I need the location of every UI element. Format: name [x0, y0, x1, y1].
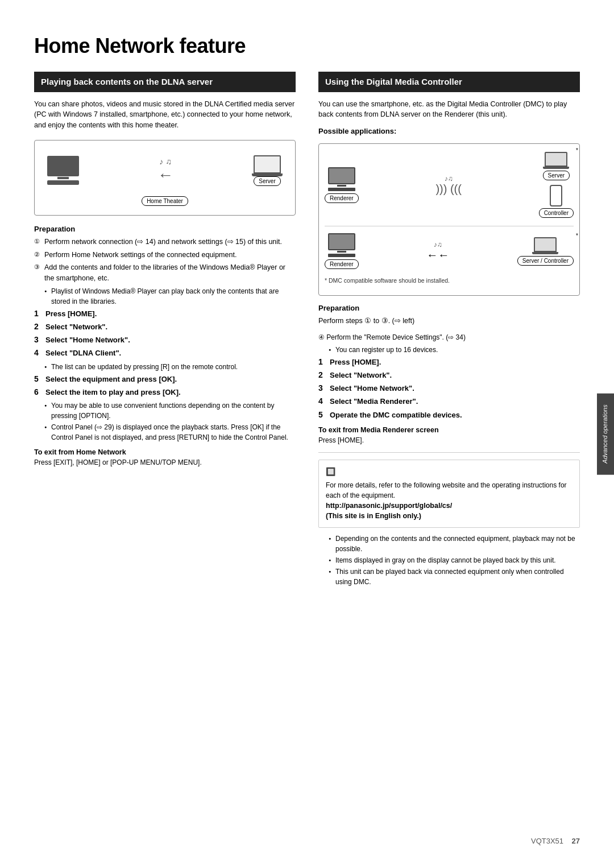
step-text-1: Press [HOME].: [45, 309, 97, 319]
dmc-diagram: Renderer ♪♫ ))) ((( Server *: [318, 143, 580, 296]
page-footer: VQT3X51 27: [531, 837, 580, 845]
prep-bullets: Playlist of Windows Media® Player can pl…: [44, 286, 296, 307]
after-step6-bullets: You may be able to use convenient functi…: [44, 400, 296, 443]
prep-step-3-text: Add the contents and folder to the libra…: [44, 263, 285, 282]
right-step-1: 1 Press [HOME].: [318, 357, 580, 367]
side-tab: Advanced operations: [597, 393, 614, 474]
server-laptop: Server: [252, 155, 283, 186]
soundbar: [47, 180, 79, 185]
renderer-soundbar-1: [328, 188, 355, 191]
info-box-link1: http://panasonic.jp/support/global/cs/: [326, 501, 572, 511]
dmc-row-1: Renderer ♪♫ ))) ((( Server *: [325, 152, 574, 218]
prep-step-1: ① Perform network connection (⇨ 14) and …: [34, 237, 296, 247]
left-step-2: 2 Select "Network".: [34, 322, 296, 332]
right-step-2: 2 Select "Network".: [318, 370, 580, 381]
step-text-3: Select "Home Network".: [45, 335, 130, 345]
page-number: 27: [572, 837, 580, 845]
right-step-text-1: Press [HOME].: [330, 357, 381, 367]
phone-body-1: [550, 185, 562, 206]
renderer-screen-1: [328, 167, 355, 184]
info-icon: 🔲: [326, 466, 572, 478]
dmc-diagram-divider: [325, 226, 574, 226]
controller-phone-1: [550, 185, 562, 206]
left-step-3: 3 Select "Home Network".: [34, 335, 296, 345]
renderer-label-2: Renderer: [325, 259, 359, 269]
server-base-1: [543, 167, 569, 169]
step-text-4: Select "DLNA Client".: [45, 348, 121, 358]
server-screen-2: [534, 237, 557, 252]
left-step-4: 4 Select "DLNA Client".: [34, 348, 296, 358]
server-area-1: Server * Controller: [539, 152, 574, 218]
bottom-bullets: Depending on the contents and the connec…: [329, 534, 580, 587]
page-code: VQT3X51: [531, 837, 563, 845]
dmc-arrows-2: ♪♫ ←←: [426, 241, 449, 262]
renderer-label-1: Renderer: [325, 193, 359, 203]
home-theater-device: [47, 156, 79, 185]
after-step4-bullet-1: The list can be updated by pressing [R] …: [44, 362, 296, 372]
wifi-icon-1: ))) (((: [435, 183, 462, 196]
arrow-area: ♪ ♫ ←: [157, 157, 173, 184]
asterisk-note: * DMC compatible software should be inst…: [325, 277, 574, 284]
server-ctrl-area-2: Server / Controller *: [517, 237, 574, 266]
prep-step-3: ③ Add the contents and folder to the lib…: [34, 262, 296, 284]
right-step-num-3: 3: [318, 383, 327, 392]
bottom-bullet-1: Depending on the contents and the connec…: [329, 534, 580, 554]
asterisk-2: *: [576, 233, 578, 239]
left-step-6: 6 Select the item to play and press [OK]…: [34, 387, 296, 398]
step-num-label-4: 4: [34, 348, 43, 357]
preparation-steps-list: ① Perform network connection (⇨ 14) and …: [34, 237, 296, 284]
dlna-diagram: ♪ ♫ ← Server Home Theater: [34, 140, 296, 216]
after-step4-bullets: The list can be updated by pressing [R] …: [44, 362, 296, 372]
renderer-soundbar-2: [328, 254, 355, 257]
dmc-row-2: Renderer ♪♫ ←← Server / Controller: [325, 233, 574, 269]
right-column: Using the Digital Media Controller You c…: [318, 72, 580, 589]
prep-step-2: ② Perform Home Network settings of the c…: [34, 250, 296, 261]
renderer-stand-2: [337, 251, 346, 253]
step-num-3: ③: [34, 262, 40, 272]
left-preparation-heading: Preparation: [34, 225, 296, 233]
music-notes-icon: ♪ ♫: [159, 157, 171, 166]
right-divider: [318, 452, 580, 453]
right-step-text-3: Select "Home Network".: [330, 383, 414, 394]
step-num-1: ①: [34, 237, 40, 246]
step-text-5: Select the equipment and press [OK].: [45, 374, 177, 385]
music-icon-1: ♪♫: [445, 175, 453, 183]
left-column: Playing back contents on the DLNA server…: [34, 72, 296, 468]
right-preparation-heading: Preparation: [318, 304, 580, 312]
right-step-3: 3 Select "Home Network".: [318, 383, 580, 394]
left-step-5: 5 Select the equipment and press [OK].: [34, 374, 296, 385]
left-exit-heading: To exit from Home Network: [34, 448, 296, 456]
bottom-bullet-2: Items displayed in gray on the display c…: [329, 555, 580, 565]
right-exit-text: Press [HOME].: [318, 435, 580, 445]
renderer-device-1: Renderer: [325, 167, 359, 203]
server-base-2: [532, 252, 558, 254]
info-box-text: For more details, refer to the following…: [326, 480, 572, 501]
side-tab-text: Advanced operations: [601, 404, 609, 463]
right-step-num-4: 4: [318, 396, 327, 406]
left-step-1: 1 Press [HOME].: [34, 309, 296, 319]
step-num-label-1: 1: [34, 309, 43, 318]
prep-step-1-text: Perform network connection (⇨ 14) and ne…: [44, 238, 282, 246]
right-step-text-2: Select "Network".: [330, 370, 392, 381]
step-num-2: ②: [34, 250, 40, 259]
right-intro-text: You can use the smartphone, etc. as the …: [318, 99, 580, 121]
left-section-heading: Playing back contents on the DLNA server: [34, 72, 296, 92]
renderer-screen-2: [328, 233, 355, 250]
laptop-screen: [254, 155, 281, 173]
renderer-device-2: Renderer: [325, 233, 359, 269]
step-text-2: Select "Network".: [45, 322, 107, 332]
left-exit-text: Press [EXIT], [HOME] or [POP-UP MENU/TOP…: [34, 457, 296, 468]
page: Home Network feature Playing back conten…: [0, 0, 614, 868]
left-intro-text: You can share photos, videos and music s…: [34, 99, 296, 131]
two-column-layout: Playing back contents on the DLNA server…: [34, 72, 580, 589]
renderer-stand-1: [337, 185, 346, 187]
right-step-num-1: 1: [318, 357, 327, 366]
right-prep-step4: ④ Perform the "Remote Device Settings". …: [318, 332, 580, 342]
dlna-diagram-inner: ♪ ♫ ← Server: [42, 150, 288, 192]
prep-bullet-1: Playlist of Windows Media® Player can pl…: [44, 286, 296, 307]
arrow-left-icon-2: ←←: [426, 249, 449, 262]
prep-step-2-text: Perform Home Network settings of the con…: [44, 251, 237, 259]
step-text-6: Select the item to play and press [OK].: [45, 387, 181, 398]
possible-apps-heading: Possible applications:: [318, 127, 580, 135]
music-icon-2: ♪♫: [434, 241, 442, 249]
